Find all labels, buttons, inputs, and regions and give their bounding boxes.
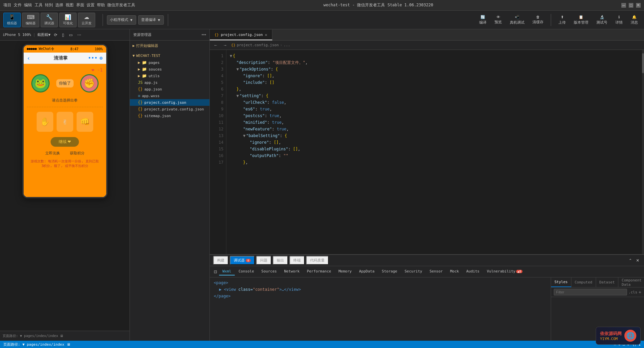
menu-items[interactable]: 项目 文件 编辑 工具 转到 选择 视图 界面 设置 帮助 微信开发者工具 (3, 2, 135, 8)
phone-continue-button[interactable]: 继续 ❤ (51, 137, 79, 147)
pages-folder[interactable]: ▶ 📁 pages (130, 59, 209, 66)
console-tab[interactable]: Console (235, 268, 257, 275)
preview-button[interactable]: 👁 预览 (492, 14, 504, 26)
close-button[interactable]: ✕ (636, 3, 641, 8)
souces-folder[interactable]: ▶ 📁 souces (130, 66, 209, 73)
terminal-tab[interactable]: 终端 (289, 256, 305, 265)
editor-nav-forward[interactable]: → (222, 42, 228, 48)
output-tab[interactable]: 输出 (273, 256, 288, 265)
computed-tab[interactable]: Computed (571, 277, 596, 287)
debug-button[interactable]: 🔧 调试器 (41, 13, 58, 27)
storage-tab[interactable]: Storage (379, 268, 401, 275)
rotate-button[interactable]: ⟳ (53, 32, 59, 38)
simulate-button[interactable]: 📱 模拟器 (3, 13, 21, 27)
fold-icon-7[interactable]: ▼ (236, 93, 239, 98)
clear-button[interactable]: 🗑 清缓存 (530, 14, 546, 26)
compile-button[interactable]: 🔄 编译 (477, 14, 489, 26)
memory-tab[interactable]: Memory (335, 268, 355, 275)
appdata-tab[interactable]: AppData (356, 268, 378, 275)
test-button[interactable]: 🔬 测试号 (594, 14, 610, 26)
security-tab[interactable]: Security (401, 268, 426, 275)
visualize-button[interactable]: 📊 可视化 (59, 13, 77, 27)
app-wxss-item[interactable]: ≡ app.wxss (130, 92, 209, 99)
title-bar-menu[interactable]: 项目 文件 编辑 工具 转到 选择 视图 界面 设置 帮助 微信开发者工具 (3, 2, 135, 8)
phone-error-text: 游戏次数: 每消耗一次使用一分份, 直到已取3积分, 额了, 或平衡不扣积分 (27, 159, 103, 168)
editor-scrollbar-thumb[interactable] (642, 53, 644, 73)
filter-input[interactable] (554, 289, 627, 295)
upload-button[interactable]: ⬆ 上传 (556, 14, 568, 26)
title-bar-title: wechat-test - 微信开发者工具 Stable 1.06.230322… (323, 2, 433, 8)
sitemap-item[interactable]: {} sitemap.json (130, 112, 209, 119)
portrait-button[interactable]: ▯ (61, 32, 66, 38)
cloud-button[interactable]: ☁ 云开发 (78, 13, 95, 27)
fold-icon-13[interactable]: ▼ (243, 133, 245, 138)
app-json-item[interactable]: {} app.json (130, 86, 209, 92)
network-tab[interactable]: Network (281, 268, 303, 275)
phone-choice-2[interactable]: ✌ (57, 112, 73, 132)
file-tree-more[interactable]: ••• (201, 32, 206, 37)
editor-nav-back[interactable]: ← (212, 42, 219, 48)
component-data-tab[interactable]: Component Data (618, 277, 644, 287)
maximize-button[interactable]: □ (629, 3, 633, 8)
open-recently-header[interactable]: ▶ 打开始编辑器 (130, 42, 209, 50)
fold-icon-1[interactable]: ▼ (230, 53, 232, 59)
project-config-item[interactable]: {} project.config.json (130, 99, 209, 106)
phone-more-icon[interactable]: ⊕ (100, 55, 103, 61)
sources-tab[interactable]: Sources (258, 268, 280, 275)
message-button[interactable]: 🔔 消息 (628, 14, 641, 26)
phone-continue-label: 继续 ❤ (59, 139, 71, 145)
vulnerability-tab[interactable]: Vulnerability▲8 (483, 268, 526, 275)
code-line-14: "ignore": [], (230, 139, 639, 146)
project-private-item[interactable]: {} project.private.config.json (130, 106, 209, 112)
code-quality-tab[interactable]: 代码质量 (306, 256, 329, 265)
detail-button[interactable]: ℹ 详情 (613, 14, 625, 26)
project-header[interactable]: ▼ WECHAT-TEST (130, 52, 209, 59)
devtools-close[interactable]: ✕ (635, 258, 641, 263)
debugger-tab[interactable]: 调试器8 (230, 256, 255, 265)
code-line-16: "outputPath": "" (230, 152, 639, 159)
line-num-11: 11 (210, 119, 226, 126)
performance-tab[interactable]: Performance (304, 268, 335, 275)
mode-dropdown[interactable]: 小程序模式 ▼ (107, 15, 136, 25)
phone-menu-icon[interactable]: ••• (88, 55, 98, 61)
main-toolbar: 📱 模拟器 ⌨ 编辑器 🔧 调试器 📊 可视化 ☁ 云开发 小程序模式 ▼ 普通… (0, 11, 644, 29)
phone-back-button[interactable]: ‹ (27, 55, 31, 62)
editor-button[interactable]: ⌨ 编辑器 (22, 13, 39, 27)
wxml-tab[interactable]: Wxml (219, 268, 235, 275)
version-button[interactable]: 📋 版本管理 (571, 14, 591, 26)
line-num-13: 13 (210, 132, 226, 139)
compiler-dropdown[interactable]: 普通编译 ▼ (138, 15, 164, 25)
problems-tab[interactable]: 问题 (256, 256, 271, 265)
window-controls[interactable]: ─ □ ✕ (621, 3, 641, 8)
phone-choices[interactable]: ✋ ✌ 👊 (37, 112, 93, 132)
devtools-collapse[interactable]: ⌃ (627, 258, 633, 263)
open-recently-label: 打开始编辑器 (136, 43, 158, 48)
devtools-side-filter: .cls + (551, 287, 644, 297)
editor-scrollbar[interactable] (642, 50, 644, 254)
phone-frame: ●●●●● WeChat令 8:47 100% ‹ 清清掌 ••• ⊕ ❤ -1 (22, 44, 108, 198)
styles-tab[interactable]: Styles (551, 277, 571, 287)
utils-folder[interactable]: ▶ 📁 utils (130, 73, 209, 79)
app-js-item[interactable]: JS app.js (130, 79, 209, 86)
fold-icon-3[interactable]: ▼ (236, 67, 239, 72)
audits-tab[interactable]: Audits (463, 268, 483, 275)
mock-tab[interactable]: Mock (447, 268, 463, 275)
minimize-button[interactable]: ─ (621, 3, 626, 8)
landscape-button[interactable]: ▭ (68, 32, 74, 38)
code-editor[interactable]: ▼{ "description": "项目配置文件。", ▼"packOptio… (226, 50, 642, 254)
code-line-13: ▼"babelSetting": { (230, 132, 639, 139)
active-editor-tab[interactable]: {} project.config.json ✕ (210, 30, 272, 40)
add-style-button[interactable]: + (639, 289, 641, 295)
phone-score-link[interactable]: 获取积分 (70, 151, 85, 156)
sim-more-button[interactable]: ⋯ (76, 32, 83, 38)
tab-close-button[interactable]: ✕ (265, 32, 267, 37)
dataset-tab[interactable]: Dataset (596, 277, 618, 287)
sensor-tab[interactable]: Sensor (426, 268, 446, 275)
build-tab[interactable]: 构建 (213, 256, 228, 265)
real-debug-button[interactable]: 📲 真机调试 (507, 14, 527, 26)
expand-icon[interactable]: ⊡ (212, 269, 218, 275)
phone-choice-3[interactable]: 👊 (77, 112, 93, 132)
mode-label: 小程序模式 (110, 17, 128, 22)
phone-exchange-link[interactable]: 立即兑换 (45, 151, 60, 156)
phone-choice-1[interactable]: ✋ (37, 112, 53, 132)
